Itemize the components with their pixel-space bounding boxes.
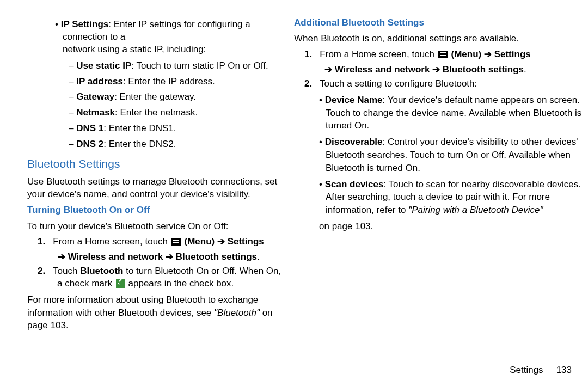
left-step1-a: From a Home screen, touch: [53, 236, 170, 247]
ip-sub-netmask: – Netmask: Enter the netmask.: [27, 106, 283, 119]
left-step2-d: appears in the check box.: [126, 278, 234, 289]
left-step2-num: 2.: [38, 266, 45, 276]
footer-page: 133: [556, 365, 572, 375]
right-step-1: 1. From a Home screen, touch (Menu) ➔ Se…: [294, 48, 588, 61]
right-step2-num: 2.: [304, 78, 312, 89]
ip-settings-label: IP Settings: [61, 19, 109, 29]
left-step1-menu: (Menu): [182, 236, 217, 247]
left-step2-a: Touch: [53, 266, 80, 276]
ip-sub-dns1: – DNS 1: Enter the DNS1.: [27, 122, 283, 135]
dns1-desc: : Enter the DNS1.: [103, 123, 176, 133]
use-static-ip-desc: : Touch to turn static IP On or Off.: [131, 60, 268, 71]
right-step1-a: From a Home screen, touch: [320, 49, 437, 59]
bluetooth-settings-heading: Bluetooth Settings: [27, 156, 283, 172]
two-column-layout: • IP Settings: Enter IP settings for con…: [0, 16, 588, 335]
additional-intro: When Bluetooth is on, additional setting…: [294, 32, 588, 45]
additional-heading: Additional Bluetooth Settings: [294, 16, 588, 29]
scan-devices-text-b: on page 103.: [294, 220, 588, 233]
bullet-scan-devices: • Scan devices: Touch to scan for nearby…: [294, 178, 588, 217]
netmask-label: Netmask: [76, 107, 115, 118]
right-step2-text: Touch a setting to configure Bluetooth:: [320, 78, 477, 89]
ip-sub-gateway: – Gateway: Enter the gateway.: [27, 90, 283, 103]
dns2-label: DNS 2: [76, 139, 103, 149]
left-step1-contlabel: ➔ Wireless and network ➔ Bluetooth setti…: [58, 252, 257, 262]
left-step1-cont: ➔ Wireless and network ➔ Bluetooth setti…: [27, 251, 283, 262]
left-step1-num: 1.: [38, 236, 45, 247]
dns2-desc: : Enter the DNS2.: [103, 139, 176, 149]
right-step1-period: .: [524, 64, 526, 75]
right-step1-menu: (Menu): [449, 49, 484, 59]
left-step2-b: Bluetooth: [80, 266, 123, 276]
left-step-1: 1. From a Home screen, touch (Menu) ➔ Se…: [27, 236, 283, 248]
ip-settings-bullet: • IP Settings: Enter IP settings for con…: [27, 19, 283, 56]
page-footer: Settings133: [510, 365, 572, 376]
left-step1-period: .: [257, 252, 260, 262]
footer-section: Settings: [510, 365, 543, 375]
turning-heading: Turning Bluetooth On or Off: [27, 204, 283, 216]
ip-address-desc: : Enter the IP address.: [123, 76, 215, 87]
ip-settings-intro2: network using a static IP, including:: [63, 44, 206, 54]
manual-page: • IP Settings: Enter IP settings for con…: [0, 0, 588, 392]
dns1-label: DNS 1: [76, 123, 103, 133]
left-step1-arrow: ➔: [217, 236, 225, 247]
device-name-label: Device Name: [325, 95, 383, 105]
netmask-desc: : Enter the netmask.: [115, 107, 198, 118]
ip-sub-dns2: – DNS 2: Enter the DNS2.: [27, 138, 283, 151]
ip-address-label: IP address: [76, 76, 123, 87]
left-step-2: 2. Touch Bluetooth to turn Bluetooth On …: [27, 265, 283, 290]
scan-devices-italic: "Pairing with a Bluetooth Device": [408, 205, 543, 215]
ip-sub-static: – Use static IP: Touch to turn static IP…: [27, 59, 283, 72]
right-step1-num: 1.: [304, 49, 312, 59]
right-step1-arrow: ➔: [484, 49, 492, 59]
gateway-desc: : Enter the gateway.: [114, 91, 196, 102]
scan-devices-label: Scan devices: [325, 179, 384, 189]
discoverable-label: Discoverable: [325, 137, 383, 147]
right-column: Additional Bluetooth Settings When Bluet…: [289, 16, 588, 335]
gateway-label: Gateway: [76, 91, 114, 102]
left-more-info: For more information about using Bluetoo…: [27, 293, 283, 332]
right-step1-contlabel: ➔ Wireless and network ➔ Bluetooth setti…: [324, 64, 524, 75]
check-icon: [116, 279, 125, 288]
bullet-device-name: • Device Name: Your device's default nam…: [294, 94, 588, 132]
ip-sub-address: – IP address: Enter the IP address.: [27, 75, 283, 88]
bluetooth-intro: Use Bluetooth settings to manage Bluetoo…: [27, 175, 283, 201]
right-step1-cont: ➔ Wireless and network ➔ Bluetooth setti…: [294, 64, 588, 75]
menu-icon: [171, 238, 181, 246]
menu-icon: [438, 51, 448, 58]
left-step1-settings: Settings: [225, 236, 264, 247]
left-more-italic: "Bluetooth": [214, 308, 260, 318]
right-step1-settings: Settings: [492, 49, 531, 59]
turning-intro: To turn your device's Bluetooth service …: [27, 220, 283, 232]
left-column: • IP Settings: Enter IP settings for con…: [0, 16, 289, 335]
right-step-2: 2. Touch a setting to configure Bluetoot…: [294, 78, 588, 90]
bullet-discoverable: • Discoverable: Control your device's vi…: [294, 136, 588, 174]
use-static-ip-label: Use static IP: [76, 60, 131, 71]
